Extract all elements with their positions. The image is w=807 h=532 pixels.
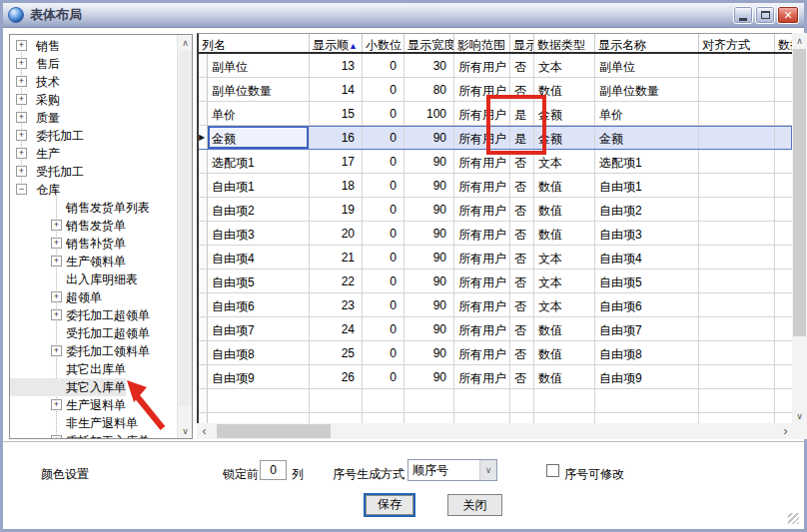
table-cell[interactable]: 自由项2 (595, 198, 699, 221)
table-cell[interactable] (534, 413, 595, 423)
table-cell[interactable]: 0 (363, 78, 404, 101)
table-cell[interactable]: 数值 (534, 198, 595, 221)
table-cell[interactable] (363, 413, 404, 423)
table-cell[interactable] (310, 413, 363, 423)
column-header[interactable]: 数据类型 (534, 34, 595, 52)
table-cell[interactable]: 90 (404, 293, 454, 316)
grid-horizontal-scrollbar[interactable]: ‹ › (197, 423, 807, 439)
chevron-down-icon[interactable]: ∨ (479, 460, 496, 480)
tree-item[interactable]: +生产 (10, 145, 176, 163)
table-cell[interactable]: 90 (404, 246, 454, 268)
tree-item[interactable]: +委托加工超领单 (10, 306, 176, 324)
table-cell[interactable] (363, 389, 404, 412)
table-cell[interactable]: 自由项6 (595, 293, 699, 316)
table-cell[interactable]: 18 (310, 174, 363, 197)
tree-item[interactable]: +销售补货单 (10, 235, 176, 253)
table-cell[interactable]: 否 (510, 293, 534, 316)
row-header[interactable] (199, 222, 208, 245)
table-cell[interactable]: 文本 (534, 150, 595, 173)
table-cell[interactable]: 数值 (534, 174, 595, 197)
column-header[interactable]: 数据 (775, 34, 792, 52)
row-header[interactable] (199, 246, 208, 268)
grid-vertical-scrollbar[interactable]: ∧ ∨ (792, 33, 807, 423)
column-header[interactable]: 小数位 (363, 34, 404, 52)
expand-plus-icon[interactable]: + (51, 345, 62, 356)
expand-plus-icon[interactable]: + (16, 166, 27, 177)
table-row[interactable]: 自由项926090所有用户否数值自由项9 (199, 365, 792, 389)
row-header[interactable] (199, 341, 208, 364)
table-cell[interactable] (699, 269, 775, 292)
table-cell[interactable]: 所有用户 (454, 174, 510, 197)
table-cell[interactable]: 数值 (534, 317, 595, 340)
close-button[interactable]: ✕ (777, 6, 799, 24)
row-header[interactable] (199, 174, 208, 197)
column-header[interactable]: 显示顺▲ (310, 34, 363, 52)
table-cell[interactable]: 所有用户 (454, 54, 510, 77)
table-cell[interactable]: 0 (363, 365, 404, 388)
table-cell[interactable] (775, 102, 792, 125)
tree-item[interactable]: 其它入库单 (10, 378, 176, 396)
table-cell[interactable] (775, 150, 792, 173)
table-cell[interactable] (595, 413, 699, 423)
tree-item[interactable]: 销售发货单列表 (10, 199, 176, 217)
table-cell[interactable]: 数值 (534, 341, 595, 364)
chevron-up-icon[interactable]: ∧ (178, 35, 193, 50)
row-header[interactable] (199, 78, 208, 101)
table-cell[interactable] (208, 389, 310, 412)
table-cell[interactable]: 80 (404, 78, 454, 101)
table-cell[interactable] (775, 269, 792, 292)
table-cell[interactable]: 自由项3 (595, 222, 699, 245)
table-row[interactable]: 副单位13030所有用户否文本副单位 (199, 54, 792, 78)
table-cell[interactable]: 金额 (595, 126, 699, 149)
table-cell[interactable]: 15 (310, 102, 363, 125)
table-cell[interactable]: 0 (363, 54, 404, 77)
table-cell[interactable] (699, 102, 775, 125)
save-button[interactable]: 保存 (364, 493, 415, 517)
table-cell[interactable]: 14 (310, 78, 363, 101)
table-row[interactable]: 自由项825090所有用户否数值自由项8 (199, 341, 792, 365)
tree-item[interactable]: +销售 (10, 37, 176, 55)
table-cell[interactable]: 是 (510, 102, 534, 125)
table-cell[interactable]: 所有用户 (454, 126, 510, 149)
table-cell[interactable] (775, 126, 792, 149)
table-cell[interactable]: 数值 (534, 222, 595, 245)
table-row[interactable]: 自由项421090所有用户否文本自由项4 (199, 246, 792, 269)
table-cell[interactable]: 自由项8 (208, 341, 310, 364)
tree-item[interactable]: −仓库 (10, 181, 176, 199)
table-cell[interactable] (404, 389, 454, 412)
table-row[interactable] (199, 413, 792, 423)
tree-item[interactable]: 其它出库单 (10, 360, 176, 378)
table-cell[interactable]: 否 (510, 269, 534, 292)
table-cell[interactable]: 所有用户 (454, 341, 510, 364)
row-header[interactable] (199, 365, 208, 388)
table-cell[interactable] (699, 413, 775, 423)
table-cell[interactable] (775, 174, 792, 197)
table-cell[interactable] (775, 365, 792, 388)
table-cell[interactable]: 22 (310, 269, 363, 292)
table-cell[interactable]: 0 (363, 150, 404, 173)
collapse-minus-icon[interactable]: − (16, 184, 27, 195)
table-cell[interactable]: 副单位 (595, 54, 699, 77)
table-cell[interactable]: 0 (363, 246, 404, 268)
tree-item[interactable]: 受托加工超领单 (10, 324, 176, 342)
row-header[interactable] (199, 150, 208, 173)
table-cell[interactable] (595, 389, 699, 412)
table-cell[interactable]: 否 (510, 198, 534, 221)
close-dialog-button[interactable]: 关闭 (447, 494, 502, 516)
table-cell[interactable] (775, 413, 792, 423)
table-cell[interactable]: 90 (404, 341, 454, 364)
table-cell[interactable]: 90 (404, 150, 454, 173)
table-cell[interactable] (699, 341, 775, 364)
table-cell[interactable]: 所有用户 (454, 365, 510, 388)
table-cell[interactable] (310, 389, 363, 412)
table-cell[interactable]: 所有用户 (454, 198, 510, 221)
table-cell[interactable]: 金额 (534, 126, 595, 149)
row-header[interactable] (199, 269, 208, 292)
table-cell[interactable]: 自由项4 (208, 246, 310, 268)
table-cell[interactable]: 所有用户 (454, 222, 510, 245)
tree-scrollbar[interactable]: ∧ ∨ (177, 35, 192, 438)
expand-plus-icon[interactable]: + (16, 76, 27, 87)
expand-plus-icon[interactable]: + (16, 94, 27, 105)
grid-vscroll-thumb[interactable] (793, 49, 806, 336)
table-cell[interactable]: 自由项7 (595, 317, 699, 340)
